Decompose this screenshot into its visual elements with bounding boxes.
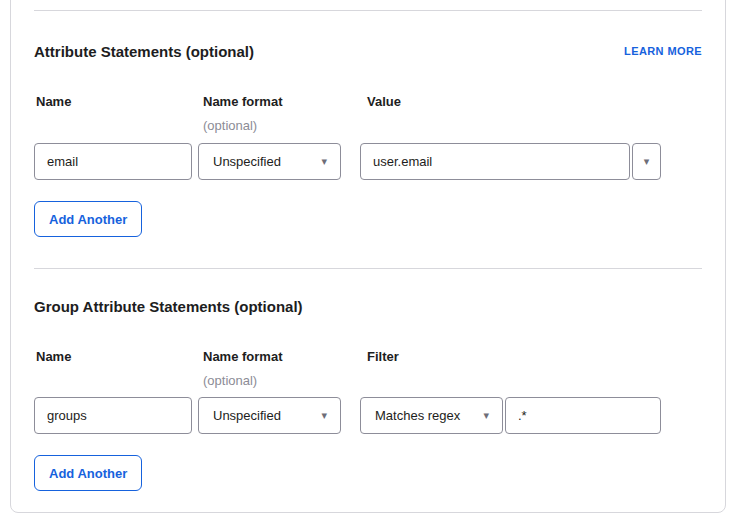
group-attribute-name-format-select[interactable]: Unspecified ▾ (198, 397, 341, 434)
column-header-name: Name (34, 95, 192, 132)
section-divider (34, 10, 702, 11)
column-header-filter: Filter (360, 350, 702, 387)
attribute-name-format-selected-value: Unspecified (213, 154, 281, 169)
name-column-label: Name (34, 95, 192, 108)
column-header-value: Value (360, 95, 702, 132)
column-header-name: Name (34, 350, 192, 387)
chevron-down-icon: ▾ (644, 156, 650, 167)
name-format-column-label: Name format (198, 95, 341, 108)
attribute-value-cell: ▾ (360, 143, 702, 180)
attribute-statements-title: Attribute Statements (optional) (34, 44, 254, 60)
chevron-down-icon: ▾ (321, 410, 327, 421)
attribute-statements-header-row: Attribute Statements (optional) LEARN MO… (34, 44, 702, 60)
section-divider (34, 268, 702, 269)
name-format-optional-note: (optional) (198, 374, 341, 387)
attribute-value-combobox: ▾ (360, 143, 661, 180)
attribute-name-input[interactable] (34, 143, 192, 180)
group-attribute-filter-type-selected-value: Matches regex (375, 408, 460, 423)
settings-card: Attribute Statements (optional) LEARN MO… (10, 0, 726, 513)
chevron-down-icon: ▾ (483, 410, 489, 421)
column-header-name-format: Name format (optional) (198, 95, 341, 132)
group-attribute-name-format-selected-value: Unspecified (213, 408, 281, 423)
attribute-name-format-cell: Unspecified ▾ (198, 143, 341, 180)
add-another-attribute-button[interactable]: Add Another (34, 201, 142, 237)
group-attribute-statements-header-row: Group Attribute Statements (optional) (34, 299, 702, 315)
card-content: Attribute Statements (optional) LEARN MO… (11, 10, 725, 491)
add-another-group-attribute-button[interactable]: Add Another (34, 455, 142, 491)
name-column-label: Name (34, 350, 192, 363)
column-gap (341, 95, 360, 132)
chevron-down-icon: ▾ (321, 156, 327, 167)
group-attribute-filter-cell: Matches regex ▾ (360, 397, 702, 434)
learn-more-link[interactable]: LEARN MORE (624, 45, 702, 58)
filter-column-label: Filter (360, 350, 702, 363)
attribute-name-cell (34, 143, 192, 180)
group-attribute-statements-title: Group Attribute Statements (optional) (34, 299, 303, 315)
value-column-label: Value (360, 95, 702, 108)
group-attribute-name-input[interactable] (34, 397, 192, 434)
column-gap (341, 143, 360, 180)
group-attribute-column-headers: Name Name format (optional) Filter (34, 350, 702, 387)
group-attribute-name-cell (34, 397, 192, 434)
group-attribute-filter-value-input[interactable] (505, 397, 661, 434)
attribute-value-dropdown-button[interactable]: ▾ (632, 143, 661, 180)
attribute-column-headers: Name Name format (optional) Value (34, 95, 702, 132)
column-gap (341, 350, 360, 387)
name-format-column-label: Name format (198, 350, 341, 363)
attribute-name-format-select[interactable]: Unspecified ▾ (198, 143, 341, 180)
name-format-optional-note: (optional) (198, 119, 341, 132)
group-attribute-statement-row: Unspecified ▾ Matches regex ▾ (34, 397, 702, 434)
attribute-statement-row: Unspecified ▾ ▾ (34, 143, 702, 180)
column-gap (341, 397, 360, 434)
group-attribute-filter-group: Matches regex ▾ (360, 397, 661, 434)
column-header-name-format: Name format (optional) (198, 350, 341, 387)
group-attribute-filter-type-select[interactable]: Matches regex ▾ (360, 397, 503, 434)
attribute-value-input[interactable] (360, 143, 630, 180)
group-attribute-name-format-cell: Unspecified ▾ (198, 397, 341, 434)
